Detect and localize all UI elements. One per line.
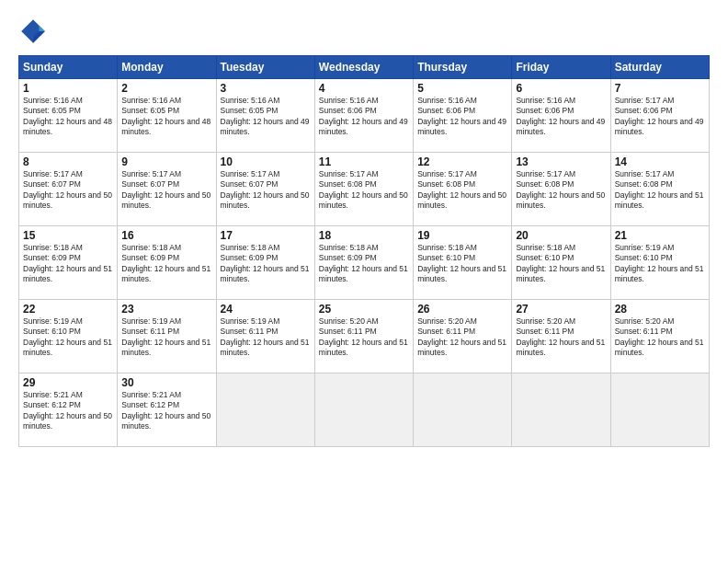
- day-number: 26: [417, 303, 507, 316]
- page: SundayMondayTuesdayWednesdayThursdayFrid…: [0, 0, 728, 563]
- calendar-week-4: 22 Sunrise: 5:19 AMSunset: 6:10 PMDaylig…: [19, 300, 710, 373]
- day-number: 1: [23, 82, 113, 95]
- calendar-cell: 5 Sunrise: 5:16 AMSunset: 6:06 PMDayligh…: [414, 79, 512, 153]
- day-info: Sunrise: 5:20 AMSunset: 6:11 PMDaylight:…: [319, 316, 409, 359]
- day-info: Sunrise: 5:21 AMSunset: 6:12 PMDaylight:…: [23, 390, 113, 432]
- calendar-cell: 4 Sunrise: 5:16 AMSunset: 6:06 PMDayligh…: [314, 79, 413, 153]
- day-info: Sunrise: 5:16 AMSunset: 6:06 PMDaylight:…: [417, 96, 507, 138]
- calendar-cell: 16 Sunrise: 5:18 AMSunset: 6:09 PMDaylig…: [118, 226, 216, 300]
- day-info: Sunrise: 5:20 AMSunset: 6:11 PMDaylight:…: [417, 316, 507, 359]
- day-number: 6: [516, 82, 606, 95]
- day-number: 18: [319, 229, 409, 242]
- day-number: 16: [121, 229, 211, 242]
- calendar-week-3: 15 Sunrise: 5:18 AMSunset: 6:09 PMDaylig…: [19, 226, 710, 300]
- day-number: 24: [221, 303, 311, 316]
- day-info: Sunrise: 5:18 AMSunset: 6:10 PMDaylight:…: [516, 243, 606, 285]
- calendar-cell: 25 Sunrise: 5:20 AMSunset: 6:11 PMDaylig…: [314, 300, 413, 373]
- day-header-wednesday: Wednesday: [314, 56, 413, 79]
- day-number: 5: [417, 82, 507, 95]
- day-info: Sunrise: 5:20 AMSunset: 6:11 PMDaylight:…: [615, 316, 705, 359]
- day-header-thursday: Thursday: [414, 56, 512, 79]
- calendar-cell: 3 Sunrise: 5:16 AMSunset: 6:05 PMDayligh…: [216, 79, 314, 153]
- day-number: 3: [221, 82, 311, 95]
- calendar-cell: 15 Sunrise: 5:18 AMSunset: 6:09 PMDaylig…: [19, 226, 118, 300]
- calendar-cell: 7 Sunrise: 5:17 AMSunset: 6:06 PMDayligh…: [610, 79, 709, 153]
- calendar-table: SundayMondayTuesdayWednesdayThursdayFrid…: [18, 55, 710, 447]
- logo-icon: [18, 17, 48, 46]
- day-info: Sunrise: 5:19 AMSunset: 6:11 PMDaylight:…: [121, 316, 211, 359]
- calendar-cell: 17 Sunrise: 5:18 AMSunset: 6:09 PMDaylig…: [216, 226, 314, 300]
- day-info: Sunrise: 5:16 AMSunset: 6:06 PMDaylight:…: [516, 96, 606, 138]
- calendar-cell: 28 Sunrise: 5:20 AMSunset: 6:11 PMDaylig…: [610, 300, 709, 373]
- day-number: 9: [121, 155, 211, 168]
- days-header-row: SundayMondayTuesdayWednesdayThursdayFrid…: [19, 56, 710, 79]
- day-info: Sunrise: 5:17 AMSunset: 6:07 PMDaylight:…: [23, 169, 113, 212]
- day-number: 22: [23, 303, 113, 316]
- day-number: 21: [615, 229, 705, 242]
- day-number: 4: [319, 82, 409, 95]
- calendar-week-5: 29 Sunrise: 5:21 AMSunset: 6:12 PMDaylig…: [19, 373, 710, 447]
- calendar-cell: 18 Sunrise: 5:18 AMSunset: 6:09 PMDaylig…: [314, 226, 413, 300]
- day-info: Sunrise: 5:18 AMSunset: 6:09 PMDaylight:…: [319, 243, 409, 285]
- calendar-week-2: 8 Sunrise: 5:17 AMSunset: 6:07 PMDayligh…: [19, 153, 710, 226]
- day-number: 7: [615, 82, 705, 95]
- day-info: Sunrise: 5:16 AMSunset: 6:05 PMDaylight:…: [121, 96, 211, 138]
- calendar-cell: 8 Sunrise: 5:17 AMSunset: 6:07 PMDayligh…: [19, 153, 118, 226]
- calendar-cell: [610, 373, 709, 447]
- day-info: Sunrise: 5:18 AMSunset: 6:10 PMDaylight:…: [417, 243, 507, 285]
- calendar-cell: 29 Sunrise: 5:21 AMSunset: 6:12 PMDaylig…: [19, 373, 118, 447]
- calendar-cell: 24 Sunrise: 5:19 AMSunset: 6:11 PMDaylig…: [216, 300, 314, 373]
- calendar-cell: 11 Sunrise: 5:17 AMSunset: 6:08 PMDaylig…: [314, 153, 413, 226]
- day-info: Sunrise: 5:19 AMSunset: 6:10 PMDaylight:…: [23, 316, 113, 359]
- calendar-cell: [414, 373, 512, 447]
- calendar-cell: 21 Sunrise: 5:19 AMSunset: 6:10 PMDaylig…: [610, 226, 709, 300]
- day-header-saturday: Saturday: [610, 56, 709, 79]
- logo: [18, 17, 51, 46]
- calendar-cell: [216, 373, 314, 447]
- calendar-week-1: 1 Sunrise: 5:16 AMSunset: 6:05 PMDayligh…: [19, 79, 710, 153]
- day-info: Sunrise: 5:16 AMSunset: 6:06 PMDaylight:…: [319, 96, 409, 138]
- day-info: Sunrise: 5:16 AMSunset: 6:05 PMDaylight:…: [221, 96, 311, 138]
- day-number: 19: [417, 229, 507, 242]
- day-info: Sunrise: 5:17 AMSunset: 6:08 PMDaylight:…: [319, 169, 409, 212]
- day-number: 29: [23, 376, 113, 389]
- day-info: Sunrise: 5:21 AMSunset: 6:12 PMDaylight:…: [121, 390, 211, 432]
- calendar-cell: 22 Sunrise: 5:19 AMSunset: 6:10 PMDaylig…: [19, 300, 118, 373]
- calendar-cell: 26 Sunrise: 5:20 AMSunset: 6:11 PMDaylig…: [414, 300, 512, 373]
- day-number: 13: [516, 155, 606, 168]
- day-info: Sunrise: 5:17 AMSunset: 6:08 PMDaylight:…: [615, 169, 705, 212]
- calendar-cell: 27 Sunrise: 5:20 AMSunset: 6:11 PMDaylig…: [512, 300, 610, 373]
- calendar-cell: 14 Sunrise: 5:17 AMSunset: 6:08 PMDaylig…: [610, 153, 709, 226]
- day-number: 20: [516, 229, 606, 242]
- day-info: Sunrise: 5:18 AMSunset: 6:09 PMDaylight:…: [121, 243, 211, 285]
- day-number: 27: [516, 303, 606, 316]
- day-header-monday: Monday: [118, 56, 216, 79]
- day-number: 25: [319, 303, 409, 316]
- day-header-tuesday: Tuesday: [216, 56, 314, 79]
- day-info: Sunrise: 5:19 AMSunset: 6:11 PMDaylight:…: [221, 316, 311, 359]
- day-number: 12: [417, 155, 507, 168]
- calendar-cell: 9 Sunrise: 5:17 AMSunset: 6:07 PMDayligh…: [118, 153, 216, 226]
- day-info: Sunrise: 5:17 AMSunset: 6:08 PMDaylight:…: [417, 169, 507, 212]
- calendar-cell: 19 Sunrise: 5:18 AMSunset: 6:10 PMDaylig…: [414, 226, 512, 300]
- day-info: Sunrise: 5:17 AMSunset: 6:07 PMDaylight:…: [221, 169, 311, 212]
- calendar-cell: 6 Sunrise: 5:16 AMSunset: 6:06 PMDayligh…: [512, 79, 610, 153]
- day-info: Sunrise: 5:19 AMSunset: 6:10 PMDaylight:…: [615, 243, 705, 285]
- day-header-friday: Friday: [512, 56, 610, 79]
- day-number: 23: [121, 303, 211, 316]
- day-number: 17: [221, 229, 311, 242]
- calendar-cell: 23 Sunrise: 5:19 AMSunset: 6:11 PMDaylig…: [118, 300, 216, 373]
- day-info: Sunrise: 5:17 AMSunset: 6:06 PMDaylight:…: [615, 96, 705, 138]
- day-number: 30: [121, 376, 211, 389]
- day-info: Sunrise: 5:17 AMSunset: 6:08 PMDaylight:…: [516, 169, 606, 212]
- day-info: Sunrise: 5:20 AMSunset: 6:11 PMDaylight:…: [516, 316, 606, 359]
- calendar-cell: 20 Sunrise: 5:18 AMSunset: 6:10 PMDaylig…: [512, 226, 610, 300]
- calendar-cell: 1 Sunrise: 5:16 AMSunset: 6:05 PMDayligh…: [19, 79, 118, 153]
- day-number: 8: [23, 155, 113, 168]
- day-info: Sunrise: 5:18 AMSunset: 6:09 PMDaylight:…: [23, 243, 113, 285]
- calendar-cell: 13 Sunrise: 5:17 AMSunset: 6:08 PMDaylig…: [512, 153, 610, 226]
- day-info: Sunrise: 5:17 AMSunset: 6:07 PMDaylight:…: [121, 169, 211, 212]
- calendar-cell: 2 Sunrise: 5:16 AMSunset: 6:05 PMDayligh…: [118, 79, 216, 153]
- day-number: 2: [121, 82, 211, 95]
- calendar-cell: [314, 373, 413, 447]
